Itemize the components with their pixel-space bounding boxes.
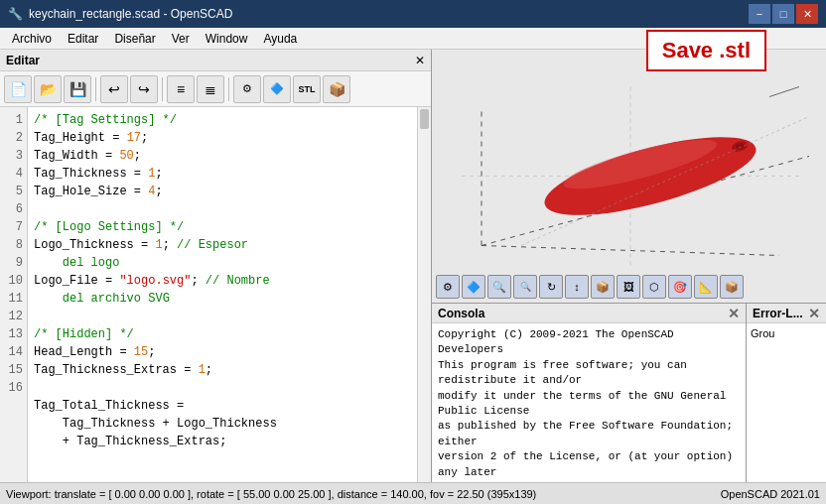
preview-button[interactable]: ⚙ (233, 75, 261, 103)
code-line-2: Tag_Height = 17; (34, 129, 411, 147)
code-line-4: Tag_Thickness = 1; (34, 165, 411, 183)
code-line-7: /* [Logo Settings] */ (34, 218, 411, 236)
editor-title: Editar (6, 54, 40, 67)
menu-ayuda[interactable]: Ayuda (255, 30, 305, 48)
console-close-button[interactable]: ✕ (728, 306, 740, 321)
error-panel: Error-L... ✕ Grou (747, 304, 826, 482)
code-editor[interactable]: /* [Tag Settings] */ Tag_Height = 17; Ta… (28, 107, 417, 482)
toolbar-sep-2 (162, 77, 163, 101)
error-content: Grou (747, 323, 826, 482)
status-bar: Viewport: translate = [ 0.00 0.00 0.00 ]… (0, 482, 826, 504)
right-panel: ⚙ 🔷 🔍 🔍 ↻ ↕ 📦 🖼 ⬡ 🎯 📐 📦 Consola ✕ (432, 50, 826, 482)
outdent-button[interactable]: ≣ (197, 75, 224, 103)
console-line-4: as published by the Free Software Founda… (438, 419, 740, 449)
indent-button[interactable]: ≡ (167, 75, 195, 103)
code-line-8: Logo_Thickness = 1; // Espesor (34, 236, 411, 254)
console-panel: Consola ✕ Copyright (C) 2009-2021 The Op… (432, 304, 747, 482)
version-status: OpenSCAD 2021.01 (721, 488, 820, 500)
console-title: Consola (438, 307, 484, 320)
title-bar: 🔧 keychain_rectangle.scad - OpenSCAD − □… (0, 0, 826, 28)
editor-header: Editar ✕ (0, 50, 431, 71)
code-line-1: /* [Tag Settings] */ (34, 111, 411, 129)
console-text: Copyright (C) 2009-2021 The OpenSCAD Dev… (432, 323, 746, 482)
code-line-5: Tag_Hole_Size = 4; (34, 183, 411, 200)
view-btn-reset[interactable]: ↕ (565, 275, 589, 299)
console-line-5: version 2 of the License, or (at your op… (438, 449, 740, 480)
minimize-button[interactable]: − (749, 4, 770, 24)
app-icon: 🔧 (8, 7, 23, 21)
code-line-6 (34, 200, 411, 218)
view-btn-measure[interactable]: 📐 (694, 275, 718, 299)
export-button[interactable]: 📦 (323, 75, 350, 103)
view-btn-hex[interactable]: ⬡ (642, 275, 666, 299)
menu-editar[interactable]: Editar (60, 30, 106, 48)
toolbar-sep-1 (95, 77, 96, 101)
view-btn-preview[interactable]: ⚙ (436, 275, 460, 299)
3d-shape-svg (432, 50, 826, 303)
editor-scrollbar[interactable] (417, 107, 431, 482)
console-header: Consola ✕ (432, 304, 746, 323)
view-btn-3d[interactable]: 📦 (720, 275, 744, 299)
error-close-button[interactable]: ✕ (808, 306, 820, 321)
line-numbers: 1 2 3 4 5 6 7 8 9 10 11 12 13 14 15 16 (0, 107, 28, 482)
code-line-3: Tag_Width = 50; (34, 147, 411, 165)
window-title: keychain_rectangle.scad - OpenSCAD (29, 7, 232, 21)
code-line-11: /* [Hidden] */ (34, 325, 411, 343)
save-stl-label: Save .stl (662, 38, 751, 63)
console-line-3: modify it under the terms of the GNU Gen… (438, 389, 740, 420)
view-btn-rotate[interactable]: ↻ (539, 275, 563, 299)
code-line-9: Logo_File = "logo.svg"; // Nombre (34, 272, 411, 290)
code-line-15: Tag_Total_Thickness = (34, 397, 411, 415)
menu-disenar[interactable]: Diseñar (106, 30, 163, 48)
new-file-button[interactable]: 📄 (4, 75, 32, 103)
bottom-panels: Consola ✕ Copyright (C) 2009-2021 The Op… (432, 304, 826, 482)
console-line-2: This program is free software; you can r… (438, 358, 740, 389)
menu-window[interactable]: Window (198, 30, 256, 48)
code-line-15b: Tag_Thickness + Logo_Thickness (34, 415, 411, 433)
viewport-status: Viewport: translate = [ 0.00 0.00 0.00 ]… (6, 488, 536, 500)
close-button[interactable]: ✕ (796, 4, 818, 24)
save-stl-button[interactable]: STL (293, 75, 321, 103)
view-btn-target[interactable]: 🎯 (668, 275, 692, 299)
view-btn-zoom-out[interactable]: 🔍 (513, 275, 537, 299)
code-line-13: Tag_Thickness_Extras = 1; (34, 361, 411, 379)
error-header: Error-L... ✕ (747, 304, 826, 323)
code-line-9b: del archivo SVG (34, 290, 411, 308)
error-title: Error-L... (753, 307, 803, 320)
console-line-1: Copyright (C) 2009-2021 The OpenSCAD Dev… (438, 327, 740, 358)
error-group-label: Grou (751, 327, 774, 339)
maximize-button[interactable]: □ (772, 4, 794, 24)
code-line-15c: + Tag_Thickness_Extras; (34, 433, 411, 450)
svg-line-11 (769, 87, 799, 97)
viewport-3d[interactable]: ⚙ 🔷 🔍 🔍 ↻ ↕ 📦 🖼 ⬡ 🎯 📐 📦 (432, 50, 826, 304)
code-line-16 (34, 450, 411, 468)
console-line-6: version. (438, 480, 740, 482)
editor-toolbar: 📄 📂 💾 ↩ ↪ ≡ ≣ ⚙ 🔷 STL 📦 (0, 71, 431, 107)
redo-button[interactable]: ↪ (130, 75, 158, 103)
view-btn-render[interactable]: 🔷 (462, 275, 485, 299)
editor-content[interactable]: 1 2 3 4 5 6 7 8 9 10 11 12 13 14 15 16 (0, 107, 431, 482)
render-button[interactable]: 🔷 (263, 75, 291, 103)
code-line-10 (34, 308, 411, 325)
code-line-14 (34, 379, 411, 397)
save-file-button[interactable]: 💾 (64, 75, 91, 103)
open-file-button[interactable]: 📂 (34, 75, 62, 103)
code-line-8b: del logo (34, 254, 411, 272)
view-btn-export[interactable]: 📦 (591, 275, 615, 299)
view-btn-zoom-in[interactable]: 🔍 (487, 275, 511, 299)
code-line-12: Head_Length = 15; (34, 343, 411, 361)
viewport-toolbar: ⚙ 🔷 🔍 🔍 ↻ ↕ 📦 🖼 ⬡ 🎯 📐 📦 (436, 275, 744, 299)
editor-close-button[interactable]: ✕ (415, 54, 425, 67)
toolbar-sep-3 (228, 77, 229, 101)
undo-button[interactable]: ↩ (100, 75, 128, 103)
view-btn-frame[interactable]: 🖼 (617, 275, 640, 299)
save-stl-tooltip: Save .stl (646, 30, 766, 71)
content-area: Editar ✕ 📄 📂 💾 ↩ ↪ ≡ ≣ ⚙ 🔷 STL 📦 (0, 50, 826, 482)
menu-archivo[interactable]: Archivo (4, 30, 60, 48)
menu-ver[interactable]: Ver (164, 30, 198, 48)
editor-panel: Editar ✕ 📄 📂 💾 ↩ ↪ ≡ ≣ ⚙ 🔷 STL 📦 (0, 50, 432, 482)
